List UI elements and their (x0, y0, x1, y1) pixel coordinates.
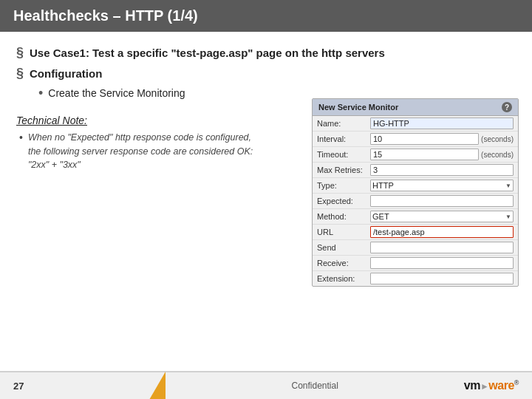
section-text-2: Configuration (30, 66, 102, 81)
slide-title: Healthchecks – HTTP (1/4) (13, 7, 198, 24)
tn-text: When no "Expected" http response code is… (28, 131, 257, 172)
form-input-maxretries[interactable]: 3 (370, 164, 514, 176)
form-row-maxretries: Max Retries: 3 (313, 163, 518, 178)
form-label-method: Method: (317, 212, 370, 221)
form-input-url[interactable]: /test-page.asp (370, 226, 514, 238)
section-text-1: Use Case1: Test a specific "test-page.as… (30, 45, 385, 61)
form-row-extension: Extension: (313, 271, 518, 286)
tn-dot-icon: • (19, 132, 23, 143)
form-input-name[interactable]: HG-HTTP (370, 117, 514, 129)
form-input-send[interactable] (370, 242, 514, 253)
question-icon[interactable]: ? (502, 102, 512, 112)
ware-text: ware (488, 379, 514, 392)
footer-brand-section: vm►ware® (464, 379, 519, 392)
form-select-type[interactable]: HTTP ▼ (370, 180, 514, 191)
form-label-extension: Extension: (317, 274, 370, 283)
section-item-2: § Configuration (16, 66, 516, 82)
footer-brand-logo: vm►ware® (464, 379, 519, 392)
form-row-timeout: Timeout: 15 (seconds) (313, 147, 518, 163)
form-label-url: URL (317, 228, 370, 236)
bullet-icon-2: § (16, 65, 24, 82)
form-row-type: Type: HTTP ▼ (313, 178, 518, 194)
footer-page-number: 27 (13, 381, 24, 392)
form-select-method[interactable]: GET ▼ (370, 211, 514, 222)
form-row-method: Method: GET ▼ (313, 209, 518, 225)
form-input-timeout[interactable]: 15 (370, 149, 479, 160)
slide-content: § Use Case1: Test a specific "test-page.… (0, 32, 532, 371)
form-input-interval[interactable]: 10 (370, 133, 479, 145)
form-label-interval: Interval: (317, 134, 370, 143)
slide-footer: 27 Confidential vm►ware® (0, 371, 532, 399)
form-label-type: Type: (317, 181, 370, 190)
section-item-1: § Use Case1: Test a specific "test-page.… (16, 45, 516, 61)
form-label-send: Send (317, 243, 370, 252)
sub-dot-icon: • (38, 86, 43, 101)
form-label-name: Name: (317, 119, 370, 128)
vm-text: vm (464, 379, 480, 392)
form-panel-header: New Service Monitor ? (313, 99, 518, 116)
form-row-receive: Receive: (313, 256, 518, 271)
form-row-expected: Expected: (313, 194, 518, 209)
form-panel: New Service Monitor ? Name: HG-HTTP Inte… (312, 98, 519, 287)
slide-header: Healthchecks – HTTP (1/4) (0, 0, 532, 32)
form-row-name: Name: HG-HTTP (313, 116, 518, 132)
form-panel-title: New Service Monitor (318, 103, 398, 112)
form-input-receive[interactable] (370, 257, 514, 269)
registered-mark: ® (514, 379, 519, 386)
form-row-interval: Interval: 10 (seconds) (313, 132, 518, 147)
form-label-timeout: Timeout: (317, 150, 370, 159)
form-unit-timeout: (seconds) (481, 151, 514, 159)
footer-triangle-decoration (149, 372, 166, 399)
form-unit-interval: (seconds) (481, 135, 514, 143)
form-row-url: URL /test-page.asp (313, 225, 518, 240)
footer-confidential: Confidential (291, 381, 338, 391)
form-label-maxretries: Max Retries: (317, 166, 370, 174)
form-input-extension[interactable] (370, 273, 514, 284)
form-input-expected[interactable] (370, 195, 514, 207)
form-row-send: Send (313, 240, 518, 256)
form-label-receive: Receive: (317, 259, 370, 267)
form-label-expected: Expected: (317, 197, 370, 205)
sub-text-1: Create the Service Monitoring (48, 87, 185, 99)
bullet-icon-1: § (16, 44, 24, 61)
